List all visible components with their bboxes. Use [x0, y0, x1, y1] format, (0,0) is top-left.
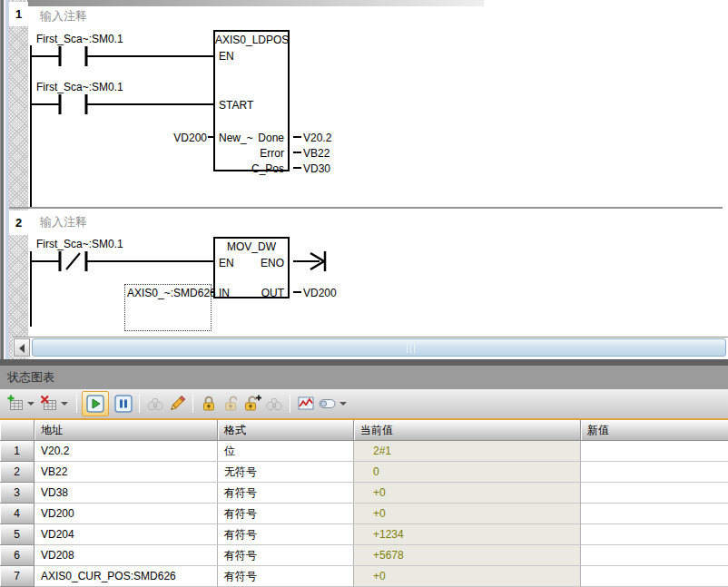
- force-button[interactable]: [198, 393, 220, 415]
- address-cell[interactable]: AXIS0_CUR_POS:SMD626: [34, 566, 218, 587]
- unforce-button[interactable]: [220, 393, 241, 415]
- column-header-format[interactable]: 格式: [218, 420, 354, 441]
- pin-start: START: [219, 99, 253, 112]
- address-cell[interactable]: VD200: [34, 504, 218, 524]
- format-cell[interactable]: 有符号: [218, 566, 354, 587]
- toggle-capsule-icon: [318, 395, 338, 413]
- status-chart-title: 状态图表: [0, 366, 728, 389]
- play-icon: [86, 395, 104, 413]
- pin-en: EN: [219, 257, 234, 269]
- current-value-cell[interactable]: +0: [354, 566, 581, 587]
- binoculars-icon: [265, 395, 283, 413]
- left-arrow-icon: [19, 344, 25, 353]
- ladder-editor: 1 输入注释 First_Sca~:SM0.1 First_Sca~:SM0.1…: [0, 0, 728, 359]
- row-header[interactable]: 7: [0, 566, 34, 587]
- operand-done[interactable]: V20.2: [303, 132, 331, 144]
- address-cell[interactable]: VD208: [34, 545, 218, 566]
- address-cell[interactable]: VD204: [34, 524, 218, 545]
- insert-chart-dropdown-icon[interactable]: [27, 402, 34, 406]
- thumb-grip-icon: [407, 343, 419, 353]
- toolbar-separator: [290, 395, 290, 413]
- binoculars-icon: [146, 395, 164, 413]
- address-cell[interactable]: VB22: [34, 462, 218, 483]
- address-cell[interactable]: V20.2: [34, 441, 218, 462]
- pin-in: IN: [219, 287, 230, 299]
- micro-win-workspace: 1 输入注释 First_Sca~:SM0.1 First_Sca~:SM0.1…: [0, 0, 728, 587]
- network-1-number[interactable]: 1: [9, 2, 28, 26]
- address-cell[interactable]: VD38: [34, 483, 218, 504]
- unlock-icon: [221, 395, 240, 413]
- new-value-cell[interactable]: [581, 483, 728, 504]
- pause-chart-button[interactable]: [113, 393, 134, 415]
- current-value-cell[interactable]: +0: [354, 504, 581, 524]
- new-value-cell[interactable]: [581, 545, 728, 566]
- new-value-cell[interactable]: [581, 441, 728, 462]
- current-value-cell[interactable]: +5678: [354, 545, 581, 566]
- operand-new-pos[interactable]: VD200: [169, 132, 207, 144]
- toolbar-separator: [76, 395, 77, 413]
- row-header[interactable]: 3: [0, 483, 34, 504]
- read-forced-button[interactable]: [263, 393, 285, 415]
- new-value-cell[interactable]: [581, 524, 728, 545]
- new-value-cell[interactable]: [581, 566, 728, 587]
- contact-first-scan-nc[interactable]: [54, 249, 93, 274]
- network-2-number[interactable]: 2: [9, 210, 28, 235]
- execute-status-dropdown-icon[interactable]: [339, 402, 347, 406]
- row-header[interactable]: 2: [0, 462, 34, 483]
- write-all-button[interactable]: [166, 393, 188, 415]
- operand-error[interactable]: VB22: [303, 147, 330, 160]
- table-row: 7 AXIS0_CUR_POS:SMD626 有符号 +0: [0, 566, 728, 587]
- format-cell[interactable]: 无符号: [218, 462, 354, 483]
- column-header-address[interactable]: 地址: [34, 420, 218, 441]
- pin-en: EN: [219, 50, 234, 63]
- current-value-cell[interactable]: +0: [354, 483, 581, 504]
- pause-icon: [114, 395, 133, 413]
- delete-chart-button[interactable]: [38, 393, 60, 415]
- trend-view-button[interactable]: [295, 393, 317, 415]
- block-title: AXIS0_LDPOS: [215, 34, 288, 46]
- new-value-cell[interactable]: [581, 462, 728, 483]
- row-header[interactable]: 5: [0, 524, 34, 545]
- current-value-cell[interactable]: 2#1: [354, 441, 581, 462]
- format-cell[interactable]: 有符号: [218, 524, 354, 545]
- chart-status-on-button[interactable]: [82, 391, 109, 416]
- function-block-mov-dw[interactable]: MOV_DW EN ENO IN OUT: [213, 237, 290, 298]
- row-header[interactable]: 6: [0, 545, 34, 566]
- corner-cell[interactable]: [0, 420, 34, 441]
- new-value-cell[interactable]: [581, 504, 728, 524]
- table-header-row: 地址 格式 当前值 新值: [0, 420, 728, 441]
- table-row: 2 VB22 无符号 0: [0, 462, 728, 483]
- format-cell[interactable]: 位: [218, 441, 354, 462]
- column-header-new[interactable]: 新值: [581, 420, 728, 441]
- delete-chart-dropdown-icon[interactable]: [61, 402, 68, 406]
- contact-first-scan-en[interactable]: [54, 44, 93, 69]
- insert-chart-button[interactable]: [5, 393, 26, 415]
- operand-out[interactable]: VD200: [303, 287, 337, 299]
- format-cell[interactable]: 有符号: [218, 483, 354, 504]
- table-row: 5 VD204 有符号 +1234: [0, 524, 728, 545]
- pane-splitter[interactable]: [0, 359, 728, 366]
- format-cell[interactable]: 有符号: [218, 545, 354, 566]
- operand-in[interactable]: AXIS0_~:SMD626: [127, 287, 216, 299]
- horizontal-scrollbar-thumb[interactable]: [32, 338, 726, 357]
- pin-cpos: C_Pos: [251, 162, 284, 175]
- operand-cpos[interactable]: VD30: [303, 162, 330, 175]
- read-all-button[interactable]: [144, 393, 166, 415]
- force-all-button[interactable]: [241, 393, 263, 415]
- block-title: MOV_DW: [215, 240, 288, 253]
- network-2-comment[interactable]: 输入注释: [40, 214, 87, 230]
- execute-status-button[interactable]: [317, 393, 339, 415]
- toolbar-separator: [192, 395, 193, 413]
- format-cell[interactable]: 有符号: [218, 504, 354, 524]
- function-block-axis0-ldpos[interactable]: AXIS0_LDPOS EN START New_~ Done Error C_…: [213, 30, 290, 171]
- row-header[interactable]: 1: [0, 441, 34, 462]
- row-header[interactable]: 4: [0, 504, 34, 524]
- current-value-cell[interactable]: +1234: [354, 524, 581, 545]
- current-value-cell[interactable]: 0: [354, 462, 581, 483]
- network-1-comment[interactable]: 输入注释: [40, 8, 87, 24]
- pin-done: Done: [258, 132, 284, 144]
- column-header-current[interactable]: 当前值: [354, 420, 581, 441]
- operand-selection-box[interactable]: AXIS0_~:SMD626: [124, 284, 212, 331]
- scroll-left-button[interactable]: [14, 338, 30, 357]
- contact-first-scan-start[interactable]: [54, 92, 93, 117]
